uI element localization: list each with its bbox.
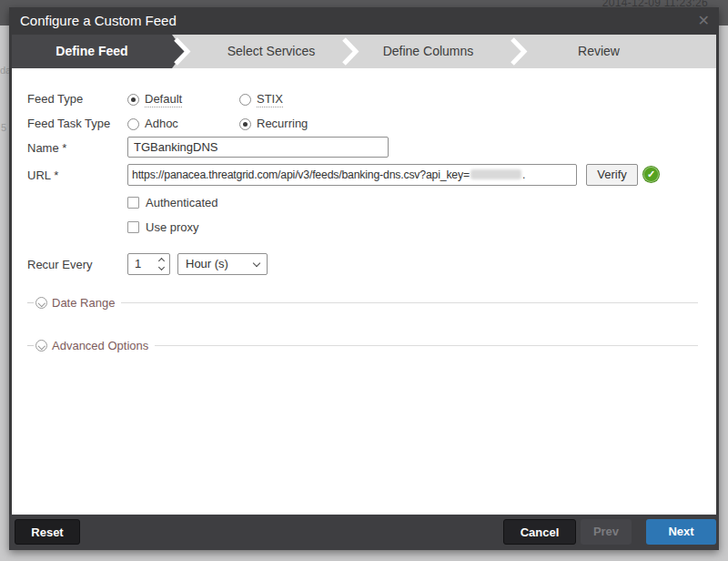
- section-divider: [27, 345, 34, 346]
- dialog-form: Feed Type Default STIX Feed Task Type Ad…: [12, 68, 716, 515]
- date-range-section-toggle[interactable]: Date Range: [27, 296, 698, 310]
- wizard-separator-chevron-icon: [342, 35, 360, 68]
- url-input[interactable]: https://panacea.threatgrid.com/api/v3/fe…: [127, 164, 577, 186]
- feed-type-stix-label[interactable]: STIX: [257, 92, 283, 107]
- reset-button[interactable]: Reset: [15, 519, 80, 545]
- advanced-options-section-toggle[interactable]: Advanced Options: [27, 339, 698, 352]
- number-spinner[interactable]: [159, 259, 164, 270]
- feed-task-type-adhoc-radio[interactable]: [127, 118, 139, 130]
- url-label: URL *: [27, 168, 58, 182]
- wizard-separator-chevron-icon: [511, 35, 529, 68]
- wizard-step-select-services[interactable]: Select Services: [194, 35, 349, 68]
- feed-type-default-label[interactable]: Default: [145, 92, 182, 107]
- authenticated-label[interactable]: Authenticated: [146, 196, 218, 209]
- background-text-fragment: 5: [1, 122, 6, 133]
- date-range-label: Date Range: [52, 296, 115, 310]
- close-icon[interactable]: ✕: [698, 7, 710, 35]
- recur-unit-select[interactable]: Hour (s): [177, 253, 268, 275]
- spinner-down-icon[interactable]: [158, 264, 165, 270]
- recur-interval-input[interactable]: 1: [127, 253, 170, 275]
- advanced-options-label: Advanced Options: [52, 339, 148, 352]
- feed-task-type-recurring-label[interactable]: Recurring: [257, 117, 308, 130]
- feed-type-default-radio[interactable]: [127, 94, 139, 106]
- section-divider: [155, 345, 698, 346]
- cancel-button[interactable]: Cancel: [503, 519, 576, 545]
- use-proxy-label[interactable]: Use proxy: [146, 220, 199, 234]
- wizard-breadcrumb: Define Feed Select Services Define Colum…: [12, 35, 716, 68]
- section-divider: [121, 302, 698, 303]
- dialog-titlebar: Configure a Custom Feed ✕: [9, 7, 719, 35]
- dialog-title: Configure a Custom Feed: [20, 7, 177, 35]
- feed-type-stix-radio[interactable]: [239, 94, 251, 106]
- configure-custom-feed-dialog: Configure a Custom Feed ✕ Define Feed Se…: [9, 7, 719, 550]
- recur-interval-value: 1: [135, 254, 141, 274]
- feed-type-label: Feed Type: [27, 92, 83, 106]
- recur-unit-value: Hour (s): [186, 254, 228, 274]
- verify-button[interactable]: Verify: [586, 164, 638, 186]
- authenticated-checkbox[interactable]: [127, 197, 139, 209]
- redacted-api-key: [470, 169, 521, 179]
- prev-button[interactable]: Prev: [581, 519, 632, 545]
- chevron-down-icon: [253, 260, 260, 267]
- name-label: Name *: [27, 141, 66, 155]
- collapse-chevron-icon[interactable]: [35, 297, 47, 309]
- verified-check-icon: ✓: [643, 167, 659, 182]
- section-divider: [27, 302, 34, 303]
- next-button[interactable]: Next: [646, 519, 716, 545]
- wizard-step-define-feed[interactable]: Define Feed: [12, 35, 185, 68]
- recur-every-label: Recur Every: [27, 258, 93, 271]
- wizard-step-define-columns[interactable]: Define Columns: [353, 35, 503, 68]
- name-input[interactable]: TGBankingDNS: [127, 137, 389, 158]
- wizard-step-review[interactable]: Review: [526, 35, 672, 68]
- url-suffix: .: [522, 168, 525, 181]
- use-proxy-checkbox[interactable]: [127, 221, 139, 233]
- feed-task-type-recurring-radio[interactable]: [239, 118, 251, 130]
- wizard-separator-chevron-icon: [174, 35, 192, 68]
- feed-task-type-adhoc-label[interactable]: Adhoc: [145, 117, 178, 130]
- feed-task-type-label: Feed Task Type: [27, 117, 110, 130]
- dialog-footer: Reset Cancel Prev Next: [9, 515, 719, 550]
- collapse-chevron-icon[interactable]: [35, 340, 47, 352]
- url-value: https://panacea.threatgrid.com/api/v3/fe…: [132, 168, 470, 181]
